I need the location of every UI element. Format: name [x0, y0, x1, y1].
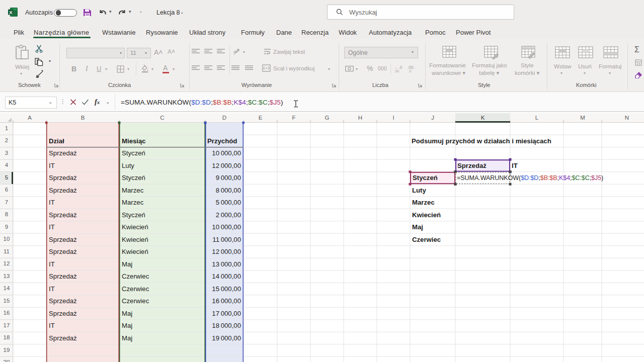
svg-text:.00: .00 — [394, 69, 399, 73]
svg-text:X: X — [9, 10, 13, 15]
svg-text:ab: ab — [233, 49, 238, 54]
svg-text:.0: .0 — [409, 69, 412, 73]
